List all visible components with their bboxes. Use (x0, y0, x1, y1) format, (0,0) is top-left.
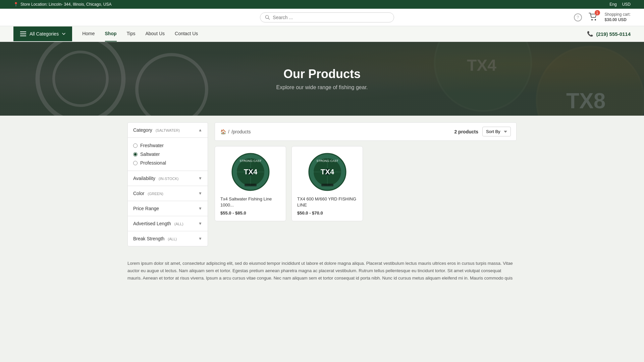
header: ? 1 Shopping cart: $30.00 USD (0, 9, 644, 26)
cart-label: Shopping cart: (605, 12, 631, 17)
adv-length-chevron-icon: ▼ (198, 221, 202, 226)
products-header: 🏠 / /products 2 products Sort By (215, 122, 517, 141)
product-card-0[interactable]: TX4 STRONG CAST Tx4 Saltwater Fishing Li… (215, 146, 286, 221)
footer-paragraph: Lorem ipsum dolor sit amet, consectetur … (127, 260, 517, 282)
nav-item-shop[interactable]: Shop (105, 26, 117, 42)
break-strength-badge: (ALL) (168, 237, 177, 241)
phone-icon: 📞 (587, 31, 593, 37)
nav-item-about[interactable]: About Us (145, 26, 165, 42)
location-icon: 📍 (13, 2, 18, 7)
radio-professional-input[interactable] (133, 161, 138, 165)
availability-filter-header[interactable]: Availability (IN-STOCK) ▼ (128, 171, 208, 186)
nav-links: Home Shop Tips About Us Contact Us (72, 26, 208, 42)
svg-rect-23 (245, 184, 257, 186)
svg-point-9 (137, 55, 207, 116)
svg-text:TX4: TX4 (467, 56, 496, 74)
store-location-text: Store Location: Lincoln- 344, Illinois, … (20, 2, 111, 7)
filter-section: Category (SALTWATER) ▲ Freshwater Saltwa… (127, 122, 208, 246)
store-location-area: 📍 Store Location: Lincoln- 344, Illinois… (13, 2, 111, 7)
break-strength-filter-header[interactable]: Break Strength (ALL) ▼ (128, 231, 208, 246)
availability-badge: (IN-STOCK) (159, 177, 179, 181)
breadcrumb: 🏠 / /products (220, 129, 251, 134)
category-filter-header[interactable]: Category (SALTWATER) ▲ (128, 123, 208, 138)
color-chevron-icon: ▼ (198, 191, 202, 196)
product-image-1: TX4 STRONG CAST (307, 152, 347, 192)
main-content: Category (SALTWATER) ▲ Freshwater Saltwa… (121, 116, 523, 253)
price-range-filter-header[interactable]: Price Range ▼ (128, 201, 208, 216)
svg-point-2 (591, 19, 593, 20)
category-filter-title: Category (SALTWATER) (133, 127, 180, 133)
svg-point-3 (595, 19, 596, 20)
radio-saltwater[interactable]: Saltwater (133, 150, 202, 159)
radio-professional[interactable]: Professional (133, 159, 202, 167)
product-name-1: TX4 600 M/660 YRD FISHING LINE (297, 196, 357, 208)
search-input[interactable] (273, 15, 389, 20)
nav-link-about[interactable]: About Us (145, 26, 165, 41)
help-button[interactable]: ? (574, 13, 582, 21)
all-categories-label: All Categories (30, 31, 59, 37)
price-range-title: Price Range (133, 206, 159, 211)
products-area: 🏠 / /products 2 products Sort By (215, 122, 517, 246)
breadcrumb-path: /products (231, 129, 251, 134)
adv-length-title: Advertised Length (ALL) (133, 221, 183, 226)
cart-icon-wrap[interactable]: 1 (589, 12, 598, 22)
svg-line-1 (268, 18, 270, 19)
footer-text: Lorem ipsum dolor sit amet, consectetur … (121, 260, 523, 292)
top-bar: 📍 Store Location: Lincoln- 344, Illinois… (0, 0, 644, 9)
nav-item-contact[interactable]: Contact Us (175, 26, 198, 42)
hero-title: Our Products (283, 67, 361, 81)
color-filter-header[interactable]: Color (GREEN) ▼ (128, 186, 208, 201)
header-right: ? 1 Shopping cart: $30.00 USD (574, 12, 631, 22)
adv-length-filter-header[interactable]: Advertised Length (ALL) ▼ (128, 216, 208, 231)
availability-filter-title: Availability (IN-STOCK) (133, 176, 178, 181)
category-chevron-icon: ▲ (198, 128, 202, 132)
availability-chevron-icon: ▼ (198, 176, 202, 181)
nav-link-shop[interactable]: Shop (105, 26, 117, 42)
language-selector[interactable]: Eng (609, 2, 616, 7)
hamburger-icon (20, 32, 26, 36)
radio-saltwater-input[interactable] (133, 152, 138, 157)
price-range-chevron-icon: ▼ (198, 206, 202, 211)
home-icon: 🏠 (220, 129, 226, 134)
phone-number[interactable]: 📞 (219) 555-0114 (587, 31, 631, 37)
hero-subtitle: Explore our wide range of fishing gear. (276, 84, 368, 90)
product-card-1[interactable]: TX4 STRONG CAST TX4 600 M/660 YRD FISHIN… (291, 146, 363, 221)
svg-point-8 (54, 52, 107, 106)
svg-point-10 (435, 42, 531, 111)
break-strength-title: Break Strength (ALL) (133, 236, 177, 241)
breadcrumb-separator: / (228, 129, 229, 134)
nav-item-home[interactable]: Home (82, 26, 95, 42)
all-categories-button[interactable]: All Categories (13, 26, 72, 41)
search-icon (265, 15, 270, 20)
product-image-0: TX4 STRONG CAST (230, 152, 271, 192)
products-count: 2 products (454, 129, 478, 134)
top-bar-right: Eng USD (609, 2, 631, 7)
color-badge: (GREEN) (148, 192, 163, 196)
phone-text: (219) 555-0114 (596, 31, 631, 37)
freshwater-label: Freshwater (140, 143, 164, 148)
nav-link-home[interactable]: Home (82, 26, 95, 41)
cart-badge: 1 (595, 10, 600, 15)
search-bar[interactable] (260, 12, 394, 22)
nav-link-tips[interactable]: Tips (127, 26, 136, 41)
professional-label: Professional (140, 160, 166, 166)
chevron-down-icon (62, 33, 65, 35)
sidebar: Category (SALTWATER) ▲ Freshwater Saltwa… (127, 122, 208, 246)
svg-text:TX8: TX8 (566, 89, 605, 113)
adv-length-badge: (ALL) (174, 222, 183, 226)
radio-freshwater-input[interactable] (133, 143, 138, 148)
color-filter-title: Color (GREEN) (133, 191, 163, 196)
hero-banner: TX4 TX8 Our Products Explore our wide ra… (0, 42, 644, 116)
radio-freshwater[interactable]: Freshwater (133, 141, 202, 150)
nav-item-tips[interactable]: Tips (127, 26, 136, 42)
products-meta: 2 products Sort By (454, 127, 511, 136)
sort-select[interactable]: Sort By (482, 127, 511, 136)
product-name-0: Tx4 Saltwater Fishing Line 1000... (220, 196, 280, 208)
products-grid: TX4 STRONG CAST Tx4 Saltwater Fishing Li… (215, 146, 517, 221)
currency-selector[interactable]: USD (622, 2, 631, 7)
svg-rect-33 (321, 184, 333, 186)
nav-link-contact[interactable]: Contact Us (175, 26, 198, 41)
break-strength-chevron-icon: ▼ (198, 236, 202, 241)
cart-text: Shopping cart: $30.00 USD (605, 12, 631, 22)
product-price-1: $50.0 - $70.0 (297, 210, 357, 216)
